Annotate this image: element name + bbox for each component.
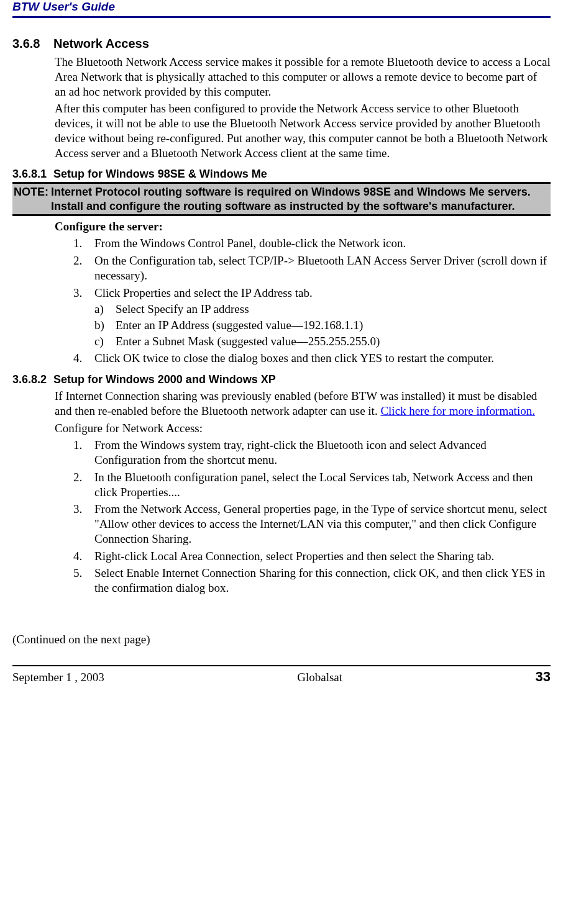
heading-number: 3.6.8.2 bbox=[12, 373, 53, 386]
note-line: Install and configure the routing softwa… bbox=[51, 200, 515, 212]
list-text: On the Configuration tab, select TCP/IP-… bbox=[94, 253, 551, 283]
list-text: Click OK twice to close the dialog boxes… bbox=[94, 351, 551, 366]
list-text: Enter an IP Address (suggested value—192… bbox=[116, 319, 551, 332]
page-footer: September 1 , 2003 Globalsat 33 bbox=[12, 665, 551, 685]
list-number: 1. bbox=[73, 438, 94, 468]
heading-number: 3.6.8.1 bbox=[12, 168, 53, 181]
section-heading-3681: 3.6.8.1Setup for Windows 98SE & Windows … bbox=[12, 168, 551, 181]
note-line: Internet Protocol routing software is re… bbox=[51, 186, 531, 198]
footer-date: September 1 , 2003 bbox=[12, 671, 104, 684]
list-letter: b) bbox=[94, 319, 116, 332]
list-item: 2. In the Bluetooth configuration panel,… bbox=[73, 470, 551, 500]
note-label: NOTE: bbox=[12, 185, 51, 199]
note-box: NOTE:Internet Protocol routing software … bbox=[12, 182, 551, 216]
configure-network-heading: Configure for Network Access: bbox=[55, 421, 551, 436]
heading-text: Setup for Windows 2000 and Windows XP bbox=[53, 373, 276, 386]
list-number: 1. bbox=[73, 236, 94, 251]
list-text: Click Properties and select the IP Addre… bbox=[94, 286, 551, 301]
list-item: 3. From the Network Access, General prop… bbox=[73, 502, 551, 546]
continued-note: (Continued on the next page) bbox=[12, 633, 551, 646]
list-text: Right-click Local Area Connection, selec… bbox=[94, 549, 551, 564]
list-text: From the Network Access, General propert… bbox=[94, 502, 551, 546]
list-number: 2. bbox=[73, 253, 94, 283]
note-text: Internet Protocol routing software is re… bbox=[51, 185, 542, 213]
sub-list-item: c) Enter a Subnet Mask (suggested value—… bbox=[94, 335, 551, 348]
page-number: 33 bbox=[536, 669, 551, 685]
list-letter: a) bbox=[94, 302, 116, 316]
list-number: 3. bbox=[73, 502, 94, 546]
list-text: Select Enable Internet Connection Sharin… bbox=[94, 566, 551, 596]
list-number: 5. bbox=[73, 566, 94, 596]
sub-list-item: b) Enter an IP Address (suggested value—… bbox=[94, 319, 551, 332]
paragraph: If Internet Connection sharing was previ… bbox=[55, 389, 551, 419]
list-item: 3. Click Properties and select the IP Ad… bbox=[73, 286, 551, 301]
heading-text: Network Access bbox=[53, 37, 149, 50]
more-info-link[interactable]: Click here for more information. bbox=[380, 404, 535, 417]
list-letter: c) bbox=[94, 335, 116, 348]
configure-server-heading: Configure the server: bbox=[55, 220, 551, 233]
list-item: 1. From the Windows Control Panel, doubl… bbox=[73, 236, 551, 251]
sub-list-item: a) Select Specify an IP address bbox=[94, 302, 551, 316]
list-number: 4. bbox=[73, 549, 94, 564]
list-text: Enter a Subnet Mask (suggested value—255… bbox=[116, 335, 551, 348]
list-item: 1. From the Windows system tray, right-c… bbox=[73, 438, 551, 468]
list-number: 3. bbox=[73, 286, 94, 301]
list-item: 2. On the Configuration tab, select TCP/… bbox=[73, 253, 551, 283]
document-title: BTW User's Guide bbox=[12, 0, 115, 13]
list-text: Select Specify an IP address bbox=[116, 302, 551, 316]
list-text: In the Bluetooth configuration panel, se… bbox=[94, 470, 551, 500]
section-heading-3682: 3.6.8.2Setup for Windows 2000 and Window… bbox=[12, 373, 551, 386]
list-item: 4. Click OK twice to close the dialog bo… bbox=[73, 351, 551, 366]
list-number: 2. bbox=[73, 470, 94, 500]
paragraph: After this computer has been configured … bbox=[55, 101, 551, 160]
footer-company: Globalsat bbox=[297, 671, 342, 684]
page-header: BTW User's Guide bbox=[12, 0, 551, 18]
list-item: 5. Select Enable Internet Connection Sha… bbox=[73, 566, 551, 596]
list-text: From the Windows system tray, right-clic… bbox=[94, 438, 551, 468]
list-item: 4. Right-click Local Area Connection, se… bbox=[73, 549, 551, 564]
section-heading-368: 3.6.8Network Access bbox=[12, 37, 551, 51]
paragraph: The Bluetooth Network Access service mak… bbox=[55, 55, 551, 99]
list-text: From the Windows Control Panel, double-c… bbox=[94, 236, 551, 251]
heading-number: 3.6.8 bbox=[12, 37, 53, 51]
heading-text: Setup for Windows 98SE & Windows Me bbox=[53, 168, 267, 180]
list-number: 4. bbox=[73, 351, 94, 366]
